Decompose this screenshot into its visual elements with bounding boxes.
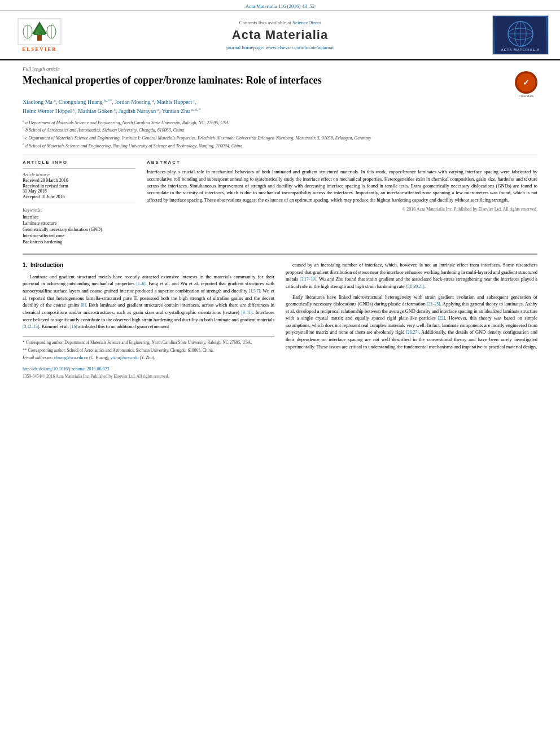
footnotes-area: * Corresponding author. Department of Ma… xyxy=(23,336,274,379)
svg-rect-1 xyxy=(37,35,42,41)
svg-text:ACTA MATERIALIA: ACTA MATERIALIA xyxy=(501,48,540,51)
footnote-star1: * Corresponding author. Department of Ma… xyxy=(23,340,274,346)
svg-text:✓: ✓ xyxy=(523,78,530,87)
revised-line: Received in revised form31 May 2016 xyxy=(23,184,135,194)
issn-line: 1359-6454/© 2016 Acta Materialia Inc. Pu… xyxy=(23,374,274,380)
page: Acta Materialia 116 (2016) 43–52 xyxy=(0,0,560,747)
info-divider xyxy=(23,168,135,169)
journal-title: Acta Materialia xyxy=(79,28,481,42)
keywords-title: Keywords: xyxy=(23,208,135,213)
article-info-box: ARTICLE INFO Article history: Received 2… xyxy=(23,160,135,246)
affiliation-d: d d School of Materials Science and Engi… xyxy=(23,142,537,150)
acta-logo: ACTA MATERIALIA xyxy=(492,15,549,55)
title-row: Mechanical properties of copper/bronze l… xyxy=(23,74,537,98)
intro-heading: 1. Introduction xyxy=(23,261,274,270)
affiliation-c: c c Department of Materials Science and … xyxy=(23,134,537,142)
contents-available: Contents lists available at ScienceDirec… xyxy=(79,20,481,25)
abstract-copyright: © 2016 Acta Materialia Inc. Published by… xyxy=(147,207,537,212)
keywords-divider xyxy=(23,203,135,203)
article-title: Mechanical properties of copper/bronze l… xyxy=(23,74,509,87)
intro-number: 1. xyxy=(23,262,27,268)
info-abstract-columns: ARTICLE INFO Article history: Received 2… xyxy=(23,155,537,246)
keywords-block: Keywords: Interface Laminate structure G… xyxy=(23,208,135,244)
col-left: 1. Introduction Laminate and gradient st… xyxy=(23,261,274,379)
crossmark-icon: ✓ xyxy=(515,71,537,94)
abstract-title: ABSTRACT xyxy=(147,160,537,165)
footnote-star2: ** Corresponding author. School of Aeron… xyxy=(23,348,274,354)
article-info-title: ARTICLE INFO xyxy=(23,160,135,165)
abstract-col: ABSTRACT Interfaces play a crucial role … xyxy=(147,160,537,246)
article-body: Full length article Mechanical propertie… xyxy=(0,60,560,391)
intro-paragraph-2: caused by an increasing number of interf… xyxy=(286,261,537,290)
received-line: Received 29 March 2016 xyxy=(23,178,135,183)
journal-url[interactable]: www.elsevier.com/locate/actamat xyxy=(265,45,334,50)
intro-title: Introduction xyxy=(30,262,63,268)
elsevier-emblem xyxy=(18,18,62,45)
journal-header: ELSEVIER Contents lists available at Sci… xyxy=(0,11,560,60)
keyword-2: Laminate structure xyxy=(23,221,135,226)
main-body-columns: 1. Introduction Laminate and gradient st… xyxy=(23,254,537,379)
email-link1[interactable]: chuang@scu.edu.cn xyxy=(54,355,88,360)
affiliations: a a Department of Materials Science and … xyxy=(23,119,537,150)
keyword-5: Back stress hardening xyxy=(23,239,135,244)
footnote-email: E-mail addresses: chuang@scu.edu.cn (C. … xyxy=(23,355,274,361)
affiliation-a: a a Department of Materials Science and … xyxy=(23,119,537,126)
journal-citation-bar: Acta Materialia 116 (2016) 43–52 xyxy=(0,0,560,11)
abstract-text: Interfaces play a crucial role in mechan… xyxy=(147,168,537,203)
intro-paragraph-1: Laminate and gradient structured metals … xyxy=(23,273,274,330)
acta-logo-svg: ACTA MATERIALIA xyxy=(495,17,546,54)
history-block: Article history: Received 29 March 2016 … xyxy=(23,172,135,199)
journal-center: Contents lists available at ScienceDirec… xyxy=(68,20,492,50)
accepted-line: Accepted 10 June 2016 xyxy=(23,194,135,199)
doi-link[interactable]: http://dx.doi.org/10.1016/j.actamat.2016… xyxy=(23,366,274,372)
authors: Xiaolong Ma a, Chongxiang Huang b, **, J… xyxy=(23,98,537,116)
keyword-3: Geometrically necessary dislocation (GND… xyxy=(23,227,135,232)
article-type: Full length article xyxy=(23,66,537,72)
keyword-1: Interface xyxy=(23,215,135,220)
crossmark-label: CrossMark xyxy=(515,94,537,98)
col-right: caused by an increasing number of interf… xyxy=(286,261,537,379)
sciencedirect-link[interactable]: ScienceDirect xyxy=(292,20,321,25)
journal-homepage: journal homepage: www.elsevier.com/locat… xyxy=(79,45,481,50)
elsevier-logo: ELSEVIER xyxy=(11,18,68,52)
intro-paragraph-3: Early literatures have linked microstruc… xyxy=(286,294,537,350)
journal-citation: Acta Materialia 116 (2016) 43–52 xyxy=(246,3,315,9)
history-title: Article history: xyxy=(23,172,135,177)
keyword-4: Interface-affected zone xyxy=(23,233,135,238)
affiliation-b: b b School of Aeronautics and Astronauti… xyxy=(23,126,537,134)
elsevier-brand-text: ELSEVIER xyxy=(22,46,57,52)
crossmark-badge: ✓ CrossMark xyxy=(515,71,537,98)
email-link2[interactable]: ytzhu@ncsu.edu xyxy=(111,355,139,360)
elsevier-emblem-svg xyxy=(18,18,62,45)
